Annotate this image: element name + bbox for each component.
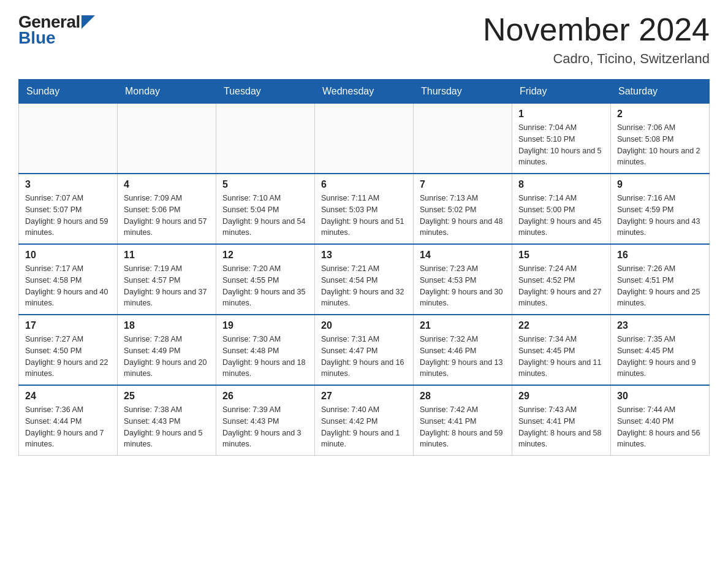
location-subtitle: Cadro, Ticino, Switzerland <box>483 51 710 67</box>
calendar-week-row: 17Sunrise: 7:27 AMSunset: 4:50 PMDayligh… <box>19 315 710 385</box>
calendar-day-cell: 21Sunrise: 7:32 AMSunset: 4:46 PMDayligh… <box>414 315 512 385</box>
day-of-week-header: Sunday <box>19 80 118 104</box>
calendar-day-cell: 12Sunrise: 7:20 AMSunset: 4:55 PMDayligh… <box>216 244 315 315</box>
calendar-day-cell: 27Sunrise: 7:40 AMSunset: 4:42 PMDayligh… <box>315 385 414 456</box>
svg-marker-0 <box>82 15 95 29</box>
calendar-week-row: 24Sunrise: 7:36 AMSunset: 4:44 PMDayligh… <box>19 385 710 456</box>
calendar-day-cell <box>118 104 216 174</box>
calendar-day-cell: 19Sunrise: 7:30 AMSunset: 4:48 PMDayligh… <box>216 315 315 385</box>
calendar-day-cell: 16Sunrise: 7:26 AMSunset: 4:51 PMDayligh… <box>611 244 710 315</box>
day-of-week-header: Thursday <box>414 80 512 104</box>
day-number: 15 <box>518 250 604 261</box>
day-number: 10 <box>25 250 111 261</box>
day-sun-info: Sunrise: 7:20 AMSunset: 4:55 PMDaylight:… <box>222 263 308 309</box>
calendar-day-cell: 3Sunrise: 7:07 AMSunset: 5:07 PMDaylight… <box>19 174 118 244</box>
day-sun-info: Sunrise: 7:19 AMSunset: 4:57 PMDaylight:… <box>124 263 210 309</box>
day-number: 22 <box>518 320 604 331</box>
day-number: 12 <box>222 250 308 261</box>
day-number: 1 <box>518 109 604 120</box>
day-number: 17 <box>25 320 111 331</box>
day-number: 5 <box>222 179 308 190</box>
day-sun-info: Sunrise: 7:28 AMSunset: 4:49 PMDaylight:… <box>124 334 210 380</box>
day-number: 30 <box>617 391 703 402</box>
calendar-day-cell: 10Sunrise: 7:17 AMSunset: 4:58 PMDayligh… <box>19 244 118 315</box>
calendar-day-cell: 23Sunrise: 7:35 AMSunset: 4:45 PMDayligh… <box>611 315 710 385</box>
day-number: 13 <box>321 250 407 261</box>
day-of-week-header: Wednesday <box>315 80 414 104</box>
calendar-week-row: 10Sunrise: 7:17 AMSunset: 4:58 PMDayligh… <box>19 244 710 315</box>
day-sun-info: Sunrise: 7:10 AMSunset: 5:04 PMDaylight:… <box>222 193 308 239</box>
day-number: 3 <box>25 179 111 190</box>
day-sun-info: Sunrise: 7:38 AMSunset: 4:43 PMDaylight:… <box>124 404 210 450</box>
calendar-day-cell: 7Sunrise: 7:13 AMSunset: 5:02 PMDaylight… <box>414 174 512 244</box>
calendar-day-cell: 28Sunrise: 7:42 AMSunset: 4:41 PMDayligh… <box>414 385 512 456</box>
calendar-day-cell <box>216 104 315 174</box>
day-number: 2 <box>617 109 703 120</box>
day-sun-info: Sunrise: 7:09 AMSunset: 5:06 PMDaylight:… <box>124 193 210 239</box>
day-sun-info: Sunrise: 7:23 AMSunset: 4:53 PMDaylight:… <box>420 263 506 309</box>
day-sun-info: Sunrise: 7:32 AMSunset: 4:46 PMDaylight:… <box>420 334 506 380</box>
day-sun-info: Sunrise: 7:43 AMSunset: 4:41 PMDaylight:… <box>518 404 604 450</box>
calendar-day-cell: 1Sunrise: 7:04 AMSunset: 5:10 PMDaylight… <box>512 104 611 174</box>
month-year-title: November 2024 <box>483 12 710 47</box>
calendar-day-cell: 18Sunrise: 7:28 AMSunset: 4:49 PMDayligh… <box>118 315 216 385</box>
day-sun-info: Sunrise: 7:27 AMSunset: 4:50 PMDaylight:… <box>25 334 111 380</box>
logo: General Blue <box>18 12 95 48</box>
day-sun-info: Sunrise: 7:34 AMSunset: 4:45 PMDaylight:… <box>518 334 604 380</box>
day-sun-info: Sunrise: 7:42 AMSunset: 4:41 PMDaylight:… <box>420 404 506 450</box>
calendar-day-cell: 14Sunrise: 7:23 AMSunset: 4:53 PMDayligh… <box>414 244 512 315</box>
day-sun-info: Sunrise: 7:26 AMSunset: 4:51 PMDaylight:… <box>617 263 703 309</box>
day-number: 19 <box>222 320 308 331</box>
day-number: 26 <box>222 391 308 402</box>
calendar-day-cell: 5Sunrise: 7:10 AMSunset: 5:04 PMDaylight… <box>216 174 315 244</box>
calendar-day-cell <box>414 104 512 174</box>
calendar-day-cell: 30Sunrise: 7:44 AMSunset: 4:40 PMDayligh… <box>611 385 710 456</box>
day-number: 29 <box>518 391 604 402</box>
calendar-week-row: 3Sunrise: 7:07 AMSunset: 5:07 PMDaylight… <box>19 174 710 244</box>
day-number: 4 <box>124 179 210 190</box>
day-sun-info: Sunrise: 7:40 AMSunset: 4:42 PMDaylight:… <box>321 404 407 450</box>
day-number: 20 <box>321 320 407 331</box>
day-sun-info: Sunrise: 7:11 AMSunset: 5:03 PMDaylight:… <box>321 193 407 239</box>
day-sun-info: Sunrise: 7:39 AMSunset: 4:43 PMDaylight:… <box>222 404 308 450</box>
day-number: 18 <box>124 320 210 331</box>
day-sun-info: Sunrise: 7:16 AMSunset: 4:59 PMDaylight:… <box>617 193 703 239</box>
calendar-week-row: 1Sunrise: 7:04 AMSunset: 5:10 PMDaylight… <box>19 104 710 174</box>
calendar-day-cell: 4Sunrise: 7:09 AMSunset: 5:06 PMDaylight… <box>118 174 216 244</box>
calendar-day-cell <box>315 104 414 174</box>
calendar-table: SundayMondayTuesdayWednesdayThursdayFrid… <box>18 79 710 456</box>
day-of-week-header: Saturday <box>611 80 710 104</box>
calendar-day-cell: 8Sunrise: 7:14 AMSunset: 5:00 PMDaylight… <box>512 174 611 244</box>
calendar-day-cell: 15Sunrise: 7:24 AMSunset: 4:52 PMDayligh… <box>512 244 611 315</box>
day-number: 7 <box>420 179 506 190</box>
calendar-day-cell: 2Sunrise: 7:06 AMSunset: 5:08 PMDaylight… <box>611 104 710 174</box>
calendar-day-cell: 13Sunrise: 7:21 AMSunset: 4:54 PMDayligh… <box>315 244 414 315</box>
calendar-day-cell: 17Sunrise: 7:27 AMSunset: 4:50 PMDayligh… <box>19 315 118 385</box>
day-sun-info: Sunrise: 7:14 AMSunset: 5:00 PMDaylight:… <box>518 193 604 239</box>
day-number: 23 <box>617 320 703 331</box>
title-block: November 2024 Cadro, Ticino, Switzerland <box>483 12 710 67</box>
day-number: 27 <box>321 391 407 402</box>
day-number: 8 <box>518 179 604 190</box>
day-number: 28 <box>420 391 506 402</box>
day-sun-info: Sunrise: 7:07 AMSunset: 5:07 PMDaylight:… <box>25 193 111 239</box>
logo-arrow-icon <box>82 15 95 29</box>
calendar-day-cell <box>19 104 118 174</box>
calendar-header-row: SundayMondayTuesdayWednesdayThursdayFrid… <box>19 80 710 104</box>
calendar-day-cell: 25Sunrise: 7:38 AMSunset: 4:43 PMDayligh… <box>118 385 216 456</box>
calendar-day-cell: 29Sunrise: 7:43 AMSunset: 4:41 PMDayligh… <box>512 385 611 456</box>
day-sun-info: Sunrise: 7:13 AMSunset: 5:02 PMDaylight:… <box>420 193 506 239</box>
day-sun-info: Sunrise: 7:36 AMSunset: 4:44 PMDaylight:… <box>25 404 111 450</box>
day-sun-info: Sunrise: 7:35 AMSunset: 4:45 PMDaylight:… <box>617 334 703 380</box>
calendar-day-cell: 22Sunrise: 7:34 AMSunset: 4:45 PMDayligh… <box>512 315 611 385</box>
calendar-day-cell: 6Sunrise: 7:11 AMSunset: 5:03 PMDaylight… <box>315 174 414 244</box>
day-number: 9 <box>617 179 703 190</box>
day-number: 11 <box>124 250 210 261</box>
day-number: 14 <box>420 250 506 261</box>
calendar-day-cell: 11Sunrise: 7:19 AMSunset: 4:57 PMDayligh… <box>118 244 216 315</box>
day-sun-info: Sunrise: 7:24 AMSunset: 4:52 PMDaylight:… <box>518 263 604 309</box>
logo-blue-text: Blue <box>18 28 56 48</box>
day-number: 16 <box>617 250 703 261</box>
day-sun-info: Sunrise: 7:04 AMSunset: 5:10 PMDaylight:… <box>518 122 604 168</box>
calendar-day-cell: 9Sunrise: 7:16 AMSunset: 4:59 PMDaylight… <box>611 174 710 244</box>
